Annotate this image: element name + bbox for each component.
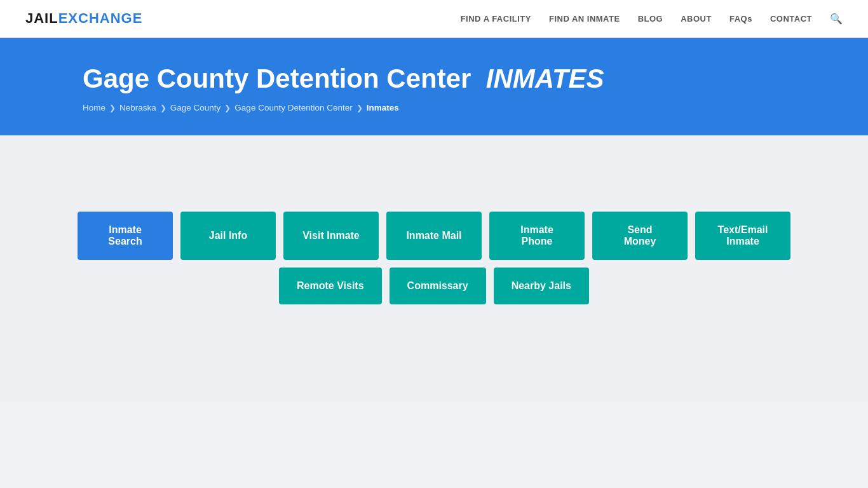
breadcrumb-home[interactable]: Home <box>83 103 105 112</box>
remote-visits-button[interactable]: Remote Visits <box>279 268 382 304</box>
breadcrumb-gage-county[interactable]: Gage County <box>170 103 221 112</box>
main-nav: FIND A FACILITY FIND AN INMATE BLOG ABOU… <box>461 13 843 25</box>
nav-blog[interactable]: BLOG <box>638 14 663 24</box>
page-title: Gage County Detention Center INMATES <box>83 64 785 94</box>
nearby-jails-button[interactable]: Nearby Jails <box>494 268 589 304</box>
logo[interactable]: JAILEXCHANGE <box>25 10 142 27</box>
page-title-inmates: INMATES <box>486 64 604 93</box>
tab-buttons-section: Inmate Search Jail Info Visit Inmate Inm… <box>78 212 790 304</box>
site-header: JAILEXCHANGE FIND A FACILITY FIND AN INM… <box>0 0 868 38</box>
breadcrumb-sep-2: ❯ <box>160 104 166 112</box>
button-row-2: Remote Visits Commissary Nearby Jails <box>279 268 589 304</box>
nav-about[interactable]: ABOUT <box>681 14 712 24</box>
jail-info-button[interactable]: Jail Info <box>180 212 276 260</box>
breadcrumb: Home ❯ Nebraska ❯ Gage County ❯ Gage Cou… <box>83 103 785 112</box>
breadcrumb-current: Inmates <box>367 103 399 112</box>
page-title-main: Gage County Detention Center <box>83 64 471 93</box>
search-icon[interactable]: 🔍 <box>830 13 843 25</box>
logo-exchange: EXCHANGE <box>58 10 143 27</box>
main-content: Inmate Search Jail Info Visit Inmate Inm… <box>0 135 868 402</box>
breadcrumb-nebraska[interactable]: Nebraska <box>119 103 156 112</box>
hero-section: Gage County Detention Center INMATES Hom… <box>0 38 868 135</box>
nav-find-inmate[interactable]: FIND AN INMATE <box>549 14 620 24</box>
inmate-search-button[interactable]: Inmate Search <box>78 212 173 260</box>
breadcrumb-sep-1: ❯ <box>109 104 116 112</box>
nav-faqs[interactable]: FAQs <box>729 14 752 24</box>
breadcrumb-detention-center[interactable]: Gage County Detention Center <box>234 103 352 112</box>
inmate-mail-button[interactable]: Inmate Mail <box>386 212 482 260</box>
breadcrumb-sep-4: ❯ <box>356 104 363 112</box>
send-money-button[interactable]: Send Money <box>592 212 688 260</box>
nav-contact[interactable]: CONTACT <box>770 14 812 24</box>
nav-find-facility[interactable]: FIND A FACILITY <box>461 14 531 24</box>
text-email-inmate-button[interactable]: Text/Email Inmate <box>695 212 790 260</box>
inmate-phone-button[interactable]: Inmate Phone <box>489 212 585 260</box>
visit-inmate-button[interactable]: Visit Inmate <box>283 212 379 260</box>
breadcrumb-sep-3: ❯ <box>224 104 231 112</box>
button-row-1: Inmate Search Jail Info Visit Inmate Inm… <box>78 212 790 260</box>
logo-jail: JAIL <box>25 10 58 27</box>
commissary-button[interactable]: Commissary <box>390 268 486 304</box>
